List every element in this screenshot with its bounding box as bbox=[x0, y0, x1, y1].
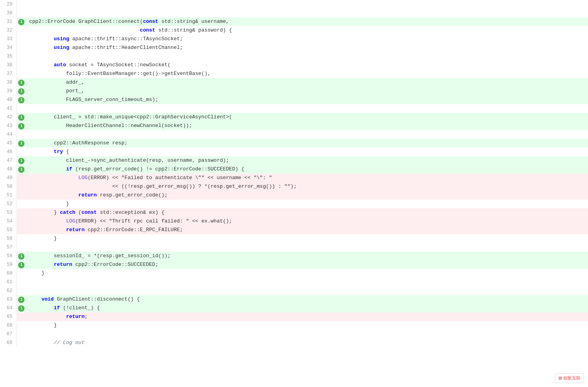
table-row: 581 sessionId_ = *(resp.get_session_id()… bbox=[0, 252, 588, 260]
table-row: 41 bbox=[0, 104, 588, 113]
code-cell: } bbox=[26, 200, 588, 208]
table-row: 451 cpp2::AuthResponse resp; bbox=[0, 139, 588, 148]
code-cell bbox=[26, 286, 588, 295]
line-number: 45 bbox=[0, 139, 17, 148]
code-cell bbox=[26, 9, 588, 17]
line-number: 43 bbox=[0, 122, 17, 130]
badge-cell: 1 bbox=[17, 304, 26, 312]
code-cell: if (resp.get_error_code() != cpp2::Error… bbox=[26, 165, 588, 174]
badge-cell bbox=[17, 243, 26, 252]
badge-cell bbox=[17, 69, 26, 78]
badge-cell: 1 bbox=[17, 156, 26, 165]
line-number: 61 bbox=[0, 278, 17, 286]
line-number: 46 bbox=[0, 148, 17, 156]
code-cell: using apache::thrift::async::TAsyncSocke… bbox=[26, 35, 588, 43]
table-row: 33 using apache::thrift::async::TAsyncSo… bbox=[0, 35, 588, 43]
badge-cell: 1 bbox=[17, 87, 26, 95]
badge-cell bbox=[17, 191, 26, 200]
code-cell: client_ = std::make_unique<cpp2::GraphSe… bbox=[26, 113, 588, 122]
line-number: 63 bbox=[0, 295, 17, 304]
code-cell: cpp2::ErrorCode GraphClient::connect(con… bbox=[26, 17, 588, 26]
badge-cell bbox=[17, 312, 26, 321]
badge-cell: 1 bbox=[17, 260, 26, 269]
badge-cell: 1 bbox=[17, 165, 26, 174]
line-badge: 1 bbox=[18, 123, 24, 129]
table-row: 631 void GraphClient::disconnect() { bbox=[0, 295, 588, 304]
line-number: 44 bbox=[0, 130, 17, 139]
badge-cell bbox=[17, 52, 26, 61]
line-badge: 1 bbox=[18, 297, 24, 303]
line-number: 41 bbox=[0, 104, 17, 113]
badge-cell bbox=[17, 338, 26, 347]
line-number: 29 bbox=[0, 0, 17, 9]
table-row: 60 } bbox=[0, 269, 588, 278]
line-number: 53 bbox=[0, 208, 17, 217]
code-cell: return; bbox=[26, 312, 588, 321]
code-cell: // Log out bbox=[26, 338, 588, 347]
badge-cell bbox=[17, 321, 26, 330]
code-cell: } catch (const std::exception& ex) { bbox=[26, 208, 588, 217]
line-badge: 1 bbox=[18, 114, 24, 121]
table-row: 55 return cpp2::ErrorCode::E_RPC_FAILURE… bbox=[0, 226, 588, 234]
table-row: 57 bbox=[0, 243, 588, 252]
line-badge: 1 bbox=[18, 253, 24, 260]
line-number: 59 bbox=[0, 260, 17, 269]
line-number: 40 bbox=[0, 95, 17, 104]
badge-cell bbox=[17, 104, 26, 113]
line-number: 58 bbox=[0, 252, 17, 260]
badge-cell bbox=[17, 278, 26, 286]
table-row: 32 const std::string& password) { bbox=[0, 26, 588, 35]
table-row: 53 } catch (const std::exception& ex) { bbox=[0, 208, 588, 217]
line-badge: 1 bbox=[18, 19, 24, 25]
badge-cell: 1 bbox=[17, 122, 26, 130]
badge-cell bbox=[17, 226, 26, 234]
code-table: 2930311cpp2::ErrorCode GraphClient::conn… bbox=[0, 0, 588, 347]
table-row: 46 try { bbox=[0, 148, 588, 156]
table-row: 37 folly::EventBaseManager::get()->getEv… bbox=[0, 69, 588, 78]
table-row: 65 return; bbox=[0, 312, 588, 321]
table-row: 591 return cpp2::ErrorCode::SUCCEEDED; bbox=[0, 260, 588, 269]
code-cell: using apache::thrift::HeaderClientChanne… bbox=[26, 43, 588, 52]
code-cell: } bbox=[26, 269, 588, 278]
line-number: 62 bbox=[0, 286, 17, 295]
code-cell: try { bbox=[26, 148, 588, 156]
table-row: 381 addr_, bbox=[0, 78, 588, 87]
watermark-icon: ⊠ bbox=[558, 376, 562, 380]
badge-cell bbox=[17, 200, 26, 208]
line-number: 50 bbox=[0, 182, 17, 191]
code-cell bbox=[26, 130, 588, 139]
table-row: 311cpp2::ErrorCode GraphClient::connect(… bbox=[0, 17, 588, 26]
badge-cell bbox=[17, 208, 26, 217]
code-cell: cpp2::AuthResponse resp; bbox=[26, 139, 588, 148]
badge-cell: 1 bbox=[17, 78, 26, 87]
table-row: 67 bbox=[0, 330, 588, 338]
code-cell: LOG(ERROR) << "Failed to authenticate \"… bbox=[26, 174, 588, 182]
table-row: 431 HeaderClientChannel::newChannel(sock… bbox=[0, 122, 588, 130]
badge-cell bbox=[17, 61, 26, 69]
badge-cell bbox=[17, 9, 26, 17]
code-cell bbox=[26, 104, 588, 113]
table-row: 44 bbox=[0, 130, 588, 139]
table-row: 391 port_, bbox=[0, 87, 588, 95]
code-cell: const std::string& password) { bbox=[26, 26, 588, 35]
line-badge: 1 bbox=[18, 166, 24, 173]
table-row: 54 LOG(ERROR) << "Thrift rpc call failed… bbox=[0, 217, 588, 226]
badge-cell: 1 bbox=[17, 252, 26, 260]
code-cell: return resp.get_error_code(); bbox=[26, 191, 588, 200]
table-row: 401 FLAGS_server_conn_timeout_ms); bbox=[0, 95, 588, 104]
code-cell bbox=[26, 52, 588, 61]
line-number: 42 bbox=[0, 113, 17, 122]
line-badge: 1 bbox=[18, 305, 24, 312]
table-row: 68 // Log out bbox=[0, 338, 588, 347]
line-badge: 1 bbox=[18, 262, 24, 268]
table-row: 641 if (!client_) { bbox=[0, 304, 588, 312]
code-cell bbox=[26, 0, 588, 9]
code-cell: return cpp2::ErrorCode::SUCCEEDED; bbox=[26, 260, 588, 269]
line-number: 52 bbox=[0, 200, 17, 208]
line-number: 49 bbox=[0, 174, 17, 182]
line-number: 68 bbox=[0, 338, 17, 347]
line-number: 32 bbox=[0, 26, 17, 35]
code-cell: } bbox=[26, 234, 588, 243]
line-number: 60 bbox=[0, 269, 17, 278]
code-cell bbox=[26, 278, 588, 286]
